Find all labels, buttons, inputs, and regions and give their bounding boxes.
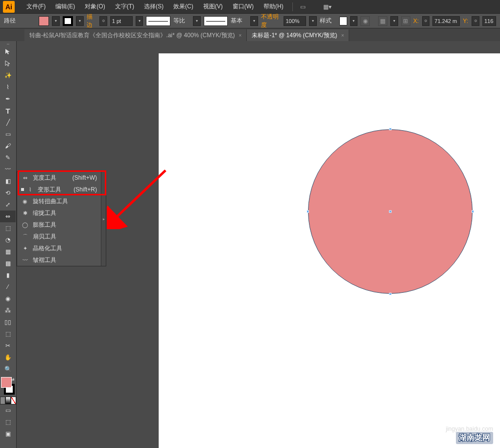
fill-color[interactable] [1, 377, 12, 388]
stroke-swatch[interactable] [63, 16, 73, 26]
recolor-icon[interactable]: ◉ [360, 16, 370, 26]
tools-panel: ┅ ✨ ⌇ ✒ T ╱ ▭ 🖌 ✎ 〰 ◧ ⟲ ⤢ ⇔ ⬚ ◔ ▦ ▩ ▮ ⁄ … [0, 41, 17, 448]
perspective-grid-tool[interactable]: ▦ [0, 246, 16, 258]
magic-wand-tool[interactable]: ✨ [0, 70, 16, 81]
menu-help[interactable]: 帮助(H) [260, 0, 287, 13]
eraser-tool[interactable]: ◧ [0, 175, 16, 187]
y-stepper[interactable]: ≎ [472, 16, 479, 26]
gradient-tool[interactable]: ▮ [0, 269, 16, 281]
menu-type[interactable]: 文字(T) [111, 0, 138, 13]
opacity-input[interactable] [284, 16, 306, 26]
pucker-tool-icon: ✱ [21, 209, 29, 217]
free-transform-tool[interactable]: ⬚ [0, 222, 16, 234]
tab-close-icon[interactable]: × [239, 33, 242, 38]
flyout-label: 晶格化工具 [33, 244, 62, 253]
center-point[interactable] [389, 211, 392, 213]
brush-preview[interactable] [204, 16, 228, 26]
opacity-dropdown[interactable]: ▾ [309, 16, 317, 26]
x-input[interactable] [432, 16, 460, 26]
flyout-label: 膨胀工具 [33, 221, 56, 229]
pencil-tool[interactable]: ✎ [0, 152, 16, 164]
align-dropdown[interactable]: ▾ [390, 16, 398, 26]
flyout-warp-tool[interactable]: ⌇ 变形工具 (Shift+R) [17, 184, 101, 195]
rotate-tool[interactable]: ⟲ [0, 187, 16, 199]
screen-mode-full[interactable]: ⬚ [0, 416, 16, 428]
stroke-weight-dropdown[interactable]: ▾ [136, 16, 143, 26]
profile-dropdown[interactable]: ▾ [193, 16, 201, 26]
width-tool[interactable]: ⇔ [0, 211, 16, 222]
style-swatch[interactable] [339, 17, 347, 25]
hand-tool[interactable]: ✋ [0, 352, 16, 363]
selection-tool[interactable] [0, 46, 16, 58]
anchor-point[interactable] [472, 211, 474, 213]
panel-grip[interactable]: ┅ [0, 42, 16, 46]
stroke-weight-input[interactable] [110, 16, 133, 26]
y-input[interactable] [482, 16, 496, 26]
line-tool[interactable]: ╱ [0, 117, 16, 128]
mode-color[interactable] [0, 397, 5, 404]
tab-label: 未标题-1* @ 149% (CMYK/预览) [252, 31, 337, 40]
menu-object[interactable]: 对象(O) [81, 0, 109, 13]
menu-effect[interactable]: 效果(C) [169, 0, 197, 13]
arrange-icon[interactable]: ▦▾ [322, 2, 333, 11]
direct-selection-tool[interactable] [0, 58, 16, 70]
screen-mode-present[interactable]: ▣ [0, 428, 16, 440]
stroke-dropdown[interactable]: ▾ [76, 16, 84, 26]
slice-tool[interactable]: ✂ [0, 340, 16, 352]
column-graph-tool[interactable]: ▯▯ [0, 316, 16, 328]
paintbrush-tool[interactable]: 🖌 [0, 140, 16, 152]
rectangle-tool[interactable]: ▭ [0, 128, 16, 140]
document-tab[interactable]: 转曲-松鼠AI智适应教育《全国合作校校区安全指南》.ai* @ 400% (CM… [24, 29, 247, 41]
fill-stroke-swatches[interactable]: ⇄ [0, 377, 16, 395]
mode-gradient[interactable] [5, 397, 11, 404]
blend-tool[interactable]: ◉ [0, 293, 16, 305]
mesh-tool[interactable]: ▩ [0, 258, 16, 269]
opacity-label[interactable]: 不透明度 [261, 13, 281, 29]
menu-select[interactable]: 选择(S) [140, 0, 167, 13]
pen-tool[interactable]: ✒ [0, 93, 16, 105]
menu-edit[interactable]: 编辑(E) [51, 0, 79, 13]
brush-dropdown[interactable]: ▾ [250, 16, 258, 26]
watermark-brand: Baidu 经验 [433, 408, 493, 424]
x-stepper[interactable]: ≎ [422, 16, 430, 26]
anchor-point[interactable] [307, 211, 309, 213]
stroke-stepper[interactable]: ≎ [99, 16, 107, 26]
stroke-profile-preview[interactable] [146, 16, 170, 26]
flyout-crystallize-tool[interactable]: ✦ 晶格化工具 [17, 242, 101, 254]
mode-none[interactable] [11, 397, 16, 404]
artboard-tool[interactable]: ⬚ [0, 328, 16, 340]
tab-close-icon[interactable]: × [341, 33, 344, 38]
lasso-tool[interactable]: ⌇ [0, 81, 16, 93]
doc-layout-icon[interactable]: ▭ [298, 2, 309, 11]
transform-anchor-icon[interactable]: ⊞ [401, 16, 410, 26]
selection-type-label: 路径 [4, 17, 21, 25]
ellipse-shape[interactable] [308, 129, 473, 294]
flyout-scallop-tool[interactable]: ⌒ 扇贝工具 [17, 231, 101, 242]
flyout-twirl-tool[interactable]: ◉ 旋转扭曲工具 [17, 195, 101, 207]
align-icon[interactable]: ▦ [378, 16, 387, 26]
shape-builder-tool[interactable]: ◔ [0, 234, 16, 246]
eyedropper-tool[interactable]: ⁄ [0, 281, 16, 293]
flyout-tearoff-handle[interactable]: ▸ [101, 172, 106, 266]
watermark-url: jingyan.baidu.com [446, 425, 493, 432]
anchor-point[interactable] [389, 128, 392, 130]
anchor-point[interactable] [389, 293, 392, 295]
zoom-tool[interactable]: 🔍 [0, 363, 16, 375]
type-tool[interactable]: T [0, 105, 16, 117]
stroke-label[interactable]: 描边 [87, 13, 96, 29]
menu-view[interactable]: 视图(V) [199, 0, 227, 13]
flyout-width-tool[interactable]: ⇔ 宽度工具 (Shift+W) [17, 172, 101, 184]
flyout-bloat-tool[interactable]: ◯ 膨胀工具 [17, 219, 101, 231]
symbol-sprayer-tool[interactable]: ⁂ [0, 305, 16, 316]
document-tab-active[interactable]: 未标题-1* @ 149% (CMYK/预览) × [247, 29, 349, 41]
screen-mode-normal[interactable]: ▭ [0, 404, 16, 416]
scale-tool[interactable]: ⤢ [0, 199, 16, 211]
menu-file[interactable]: 文件(F) [23, 0, 49, 13]
fill-dropdown[interactable]: ▾ [52, 16, 60, 26]
menu-window[interactable]: 窗口(W) [229, 0, 258, 13]
fill-swatch[interactable] [39, 16, 49, 26]
blob-brush-tool[interactable]: 〰 [0, 164, 16, 175]
flyout-wrinkle-tool[interactable]: 〰 皱褶工具 [17, 254, 101, 266]
style-dropdown[interactable]: ▾ [350, 16, 358, 26]
flyout-pucker-tool[interactable]: ✱ 缩拢工具 [17, 207, 101, 219]
